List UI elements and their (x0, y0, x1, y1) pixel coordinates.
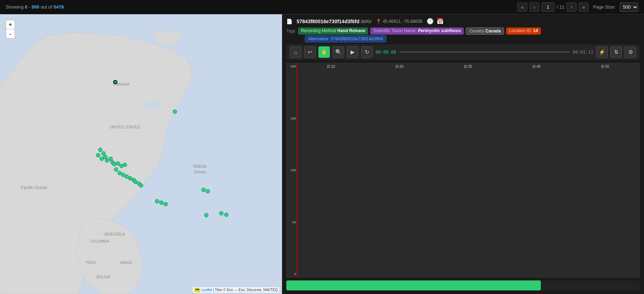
map-marker[interactable] (206, 189, 210, 193)
x-label-030: |0.30 (464, 65, 472, 69)
y-label-150: 150 (287, 117, 297, 120)
map-marker[interactable] (173, 110, 177, 114)
tag-alternative[interactable]: Alternative: 57843f80016e730f14d3f6fd (305, 35, 386, 42)
next-page-button[interactable]: › (567, 2, 577, 12)
coord-icon: 📍 (376, 19, 381, 24)
tag-location-key: Location ID: (509, 28, 532, 33)
leaflet-link[interactable]: Leaflet (201, 288, 212, 292)
map-svg: CANADA UNITED STATES Atlantic Ocean Paci… (0, 14, 282, 294)
svg-text:Ocean: Ocean (193, 169, 206, 174)
arrows-button[interactable]: ⇅ (610, 46, 622, 58)
first-page-button[interactable]: « (517, 2, 527, 12)
map-container[interactable]: CANADA UNITED STATES Atlantic Ocean Paci… (0, 14, 282, 294)
x-label-010: |0.10 (327, 65, 335, 69)
spectrogram-container[interactable]: 200 150 100 50 0 |0.10 |0.20 |0.30 |0.40… (286, 63, 640, 278)
map-marker[interactable] (155, 199, 159, 203)
peru-label: PERU (86, 261, 96, 265)
coordinates: 📍 45.46611, -76.68638 (376, 19, 422, 24)
hand-icon: ✋ (321, 49, 328, 55)
x-label-050: |0.50 (601, 65, 609, 69)
last-page-button[interactable]: » (579, 2, 589, 12)
tag-country[interactable]: Country Canada (466, 27, 504, 35)
brazil-label: BRAZIL (120, 261, 133, 265)
hand-tool-button[interactable]: ✋ (318, 46, 330, 58)
svg-point-1 (145, 101, 162, 110)
progress-bar[interactable] (399, 51, 570, 53)
file-name: 57843f80016e730f14d3f6fd.WAV (297, 19, 372, 24)
loop-icon: ↻ (365, 49, 369, 55)
tag-recording-method-value: Hand Release (337, 28, 366, 33)
total-count: 5478 (54, 4, 64, 10)
tags-container: Recording Method Hand Release Scientific… (298, 27, 541, 35)
audio-panel: 📄 57843f80016e730f14d3f6fd.WAV 📍 45.4661… (282, 14, 644, 294)
home-button[interactable]: ⌂ (290, 46, 301, 58)
tag-alternative-value: 57843f80016e730f14d3f6fd (331, 36, 383, 41)
file-header: 📄 57843f80016e730f14d3f6fd.WAV 📍 45.4661… (286, 18, 640, 25)
y-label-100: 100 (287, 168, 297, 172)
prev-page-button[interactable]: ‹ (529, 2, 539, 12)
x-label-040: |0.40 (533, 65, 540, 69)
map-marker[interactable] (201, 188, 206, 192)
map-marker[interactable] (219, 211, 223, 216)
zoom-out-button[interactable]: - (6, 29, 15, 39)
settings-icon: ⚙ (628, 49, 633, 55)
y-axis: 200 150 100 50 0 (287, 63, 297, 277)
map-marker[interactable] (98, 148, 102, 152)
tags-label: Tags (286, 27, 295, 34)
y-label-200: 200 (287, 65, 297, 68)
page-number-input[interactable] (542, 2, 554, 12)
map-marker[interactable] (96, 153, 100, 157)
page-size-select[interactable]: 500 100 250 (620, 2, 638, 12)
atlantic-label: Atlantic (193, 164, 207, 169)
attribution-text: | Tiles © Esri — Esri, DeLorme, NAVTEQ (213, 288, 278, 292)
map-marker[interactable] (159, 201, 163, 205)
tag-scientific-value: Perimyotis subflavus (418, 28, 461, 33)
tag-alternative-key: Alternative: (308, 36, 329, 41)
tag-country-value: Canada (485, 29, 501, 34)
loop-button[interactable]: ↻ (361, 46, 373, 58)
back-button[interactable]: ↩ (304, 46, 316, 58)
map-marker[interactable] (224, 213, 228, 217)
timeline-scrubber[interactable] (286, 280, 640, 290)
tag-scientific-key: Scientific Taxon Name: (373, 28, 417, 33)
map-marker[interactable] (123, 163, 127, 167)
tag-location-id[interactable]: Location ID: 14 (506, 27, 541, 35)
colombia-label: COLOMBIA (91, 239, 110, 243)
zoom-out-audio-button[interactable]: 🔍 (333, 46, 344, 58)
time-current: 00:00.00 (376, 50, 396, 55)
x-axis: |0.10 |0.20 |0.30 |0.40 |0.50 (297, 65, 639, 69)
map-marker[interactable] (114, 167, 118, 172)
range-end: 500 (31, 4, 39, 10)
top-bar: Showing 0 - 500 out of 5478 « ‹ / 11 › »… (0, 0, 644, 14)
map-marker[interactable] (139, 183, 143, 188)
timeline-fill (286, 280, 541, 290)
y-label-50: 50 (287, 220, 297, 224)
file-icon: 📄 (286, 19, 292, 24)
lightning-button[interactable]: ⚡ (596, 46, 608, 58)
y-label-0: 0 (287, 272, 297, 276)
play-button[interactable]: ▶ (347, 46, 358, 58)
showing-label: Showing 0 - 500 out of 5478 (6, 4, 64, 10)
map-marker[interactable] (204, 213, 208, 217)
zoom-in-button[interactable]: + (6, 20, 15, 29)
tag-recording-method[interactable]: Recording Method Hand Release (298, 27, 368, 35)
back-icon: ↩ (308, 49, 312, 55)
play-icon: ▶ (351, 49, 355, 55)
tags-row: Tags Recording Method Hand Release Scien… (286, 27, 640, 35)
settings-button[interactable]: ⚙ (625, 46, 636, 58)
x-label-020: |0.20 (396, 65, 403, 69)
range-start: 0 (25, 4, 27, 10)
map-marker[interactable] (100, 157, 104, 161)
main-content: CANADA UNITED STATES Atlantic Ocean Paci… (0, 14, 644, 294)
map-attribution: 🇺🇦 Leaflet | Tiles © Esri — Esri, DeLorm… (193, 287, 279, 293)
venezuela-label: VENEZUELA (104, 232, 125, 236)
tag-scientific-taxon[interactable]: Scientific Taxon Name: Perimyotis subfla… (370, 27, 464, 35)
arrows-icon: ⇅ (614, 49, 619, 55)
lightning-icon: ⚡ (599, 49, 605, 55)
clock-icon: 🕐 (427, 18, 434, 25)
tag-location-value: 14 (533, 28, 538, 33)
map-marker[interactable] (113, 80, 117, 84)
spectrogram-canvas (287, 63, 639, 277)
home-icon: ⌂ (294, 49, 297, 55)
map-marker[interactable] (163, 202, 168, 206)
